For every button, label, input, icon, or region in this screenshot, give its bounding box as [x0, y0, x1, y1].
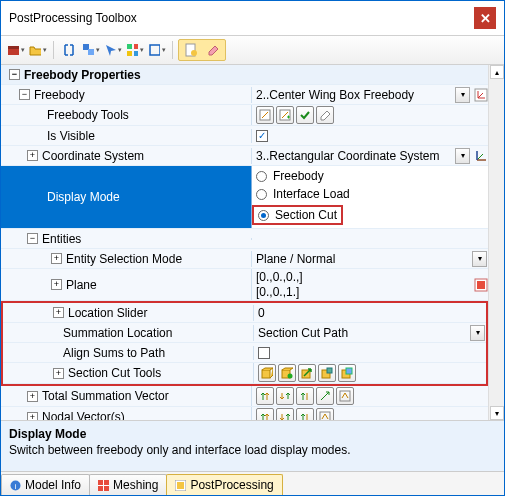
dropdown-icon[interactable]: ▾ — [455, 148, 470, 164]
tool-erase-icon[interactable] — [316, 106, 334, 124]
toolbox-red-icon[interactable] — [6, 40, 26, 60]
vec-diag-icon[interactable] — [316, 387, 334, 405]
align-checkbox[interactable] — [258, 347, 270, 359]
row-summation-location[interactable]: Summation Location Section Cut Path▾ — [3, 323, 486, 343]
row-coord-system[interactable]: +Coordinate System 3..Rectangular Coordi… — [1, 146, 488, 166]
tab-label: PostProcessing — [190, 478, 273, 492]
row-label: Is Visible — [47, 129, 95, 143]
svg-point-18 — [288, 374, 293, 379]
main-toolbar — [1, 35, 504, 65]
cube-tool-2-icon[interactable] — [278, 364, 296, 382]
collapse-icon[interactable]: − — [9, 69, 20, 80]
tool-pencil-icon[interactable] — [256, 106, 274, 124]
svg-rect-4 — [127, 44, 132, 49]
svg-rect-5 — [134, 44, 138, 49]
axes-icon[interactable] — [473, 148, 488, 163]
row-nodal-vectors[interactable]: +Nodal Vector(s) — [1, 407, 488, 420]
vertical-scrollbar[interactable]: ▴ ▾ — [488, 65, 504, 420]
row-location-slider[interactable]: +Location Slider 0 — [3, 303, 486, 323]
row-freebody-tools[interactable]: Freebody Tools — [1, 105, 488, 126]
radio-interface-load[interactable]: Interface Load — [256, 187, 383, 201]
row-label: Plane — [66, 278, 97, 292]
folder-open-icon[interactable] — [28, 40, 48, 60]
cube-tool-3-icon[interactable] — [318, 364, 336, 382]
nodal-up-icon[interactable] — [256, 408, 274, 420]
expand-icon[interactable]: + — [51, 279, 62, 290]
bottom-tab-bar: iModel Info Meshing PostProcessing — [1, 471, 504, 495]
row-label: Nodal Vector(s) — [42, 410, 125, 420]
vec-dual-icon[interactable] — [296, 387, 314, 405]
location-value: 0 — [258, 306, 265, 320]
tool-check-icon[interactable] — [296, 106, 314, 124]
radio-section-cut[interactable]: Section Cut — [252, 205, 343, 225]
cube-tool-1-icon[interactable] — [258, 364, 276, 382]
row-is-visible[interactable]: Is Visible ✓ — [1, 126, 488, 146]
svg-rect-7 — [134, 51, 138, 56]
cube-tool-arrow-icon[interactable] — [298, 364, 316, 382]
expand-icon[interactable]: + — [53, 368, 64, 379]
radio-label: Interface Load — [273, 187, 350, 201]
nodal-dual-icon[interactable] — [296, 408, 314, 420]
scroll-up-icon[interactable]: ▴ — [490, 65, 504, 79]
file-yellow-icon[interactable] — [181, 40, 201, 60]
visible-checkbox[interactable]: ✓ — [256, 130, 268, 142]
radio-freebody[interactable]: Freebody — [256, 169, 383, 183]
collapse-icon[interactable]: − — [19, 89, 30, 100]
svg-text:i: i — [15, 482, 17, 491]
expand-icon[interactable]: + — [27, 391, 38, 402]
svg-rect-1 — [8, 46, 19, 49]
collapse-icon[interactable]: − — [27, 233, 38, 244]
row-entity-selection-mode[interactable]: +Entity Selection Mode Plane / Normal▾ — [1, 249, 488, 269]
description-title: Display Mode — [9, 427, 496, 441]
tab-model-info[interactable]: iModel Info — [1, 474, 90, 495]
dropdown-icon[interactable]: ▾ — [472, 251, 487, 267]
blue-brackets-icon[interactable] — [59, 40, 79, 60]
row-section-cut-tools[interactable]: +Section Cut Tools — [3, 363, 486, 384]
nodal-config-icon[interactable] — [316, 408, 334, 420]
dropdown-icon[interactable]: ▾ — [470, 325, 485, 341]
tool-pencil-plus-icon[interactable] — [276, 106, 294, 124]
vec-swap-icon[interactable] — [276, 387, 294, 405]
row-display-mode[interactable]: Display Mode Freebody Interface Load Sec… — [1, 166, 488, 229]
row-label: Display Mode — [47, 190, 120, 204]
section-freebody-properties[interactable]: − Freebody Properties — [1, 65, 488, 85]
close-button[interactable]: ✕ — [474, 7, 496, 29]
svg-rect-8 — [150, 45, 160, 55]
row-entities[interactable]: −Entities — [1, 229, 488, 249]
scroll-down-icon[interactable]: ▾ — [490, 406, 504, 420]
expand-icon[interactable]: + — [51, 253, 62, 264]
pointer-icon[interactable] — [103, 40, 123, 60]
tab-postprocessing[interactable]: PostProcessing — [166, 474, 282, 495]
postproc-icon — [175, 480, 186, 491]
expand-icon[interactable]: + — [53, 307, 64, 318]
row-freebody[interactable]: −Freebody 2..Center Wing Box Freebody▾ — [1, 85, 488, 105]
chart-cascade-icon[interactable] — [81, 40, 101, 60]
svg-point-10 — [191, 50, 197, 56]
freebody-value: 2..Center Wing Box Freebody — [256, 88, 414, 102]
vec-up-icon[interactable] — [256, 387, 274, 405]
nodal-swap-icon[interactable] — [276, 408, 294, 420]
square-outline-icon[interactable] — [147, 40, 167, 60]
cube-tool-4-icon[interactable] — [338, 364, 356, 382]
vec-config-icon[interactable] — [336, 387, 354, 405]
row-plane[interactable]: +Plane [0.,0.,0.,][0.,0.,1.] — [1, 269, 488, 301]
plane-picker-icon[interactable] — [473, 277, 488, 292]
row-align-sums[interactable]: Align Sums to Path — [3, 343, 486, 363]
svg-rect-6 — [127, 51, 132, 56]
row-label: Section Cut Tools — [68, 366, 161, 380]
plane-value-1: [0.,0.,0.,] — [256, 270, 303, 284]
tab-meshing[interactable]: Meshing — [89, 474, 167, 495]
row-label: Freebody — [34, 88, 85, 102]
row-label: Total Summation Vector — [42, 389, 169, 403]
expand-icon[interactable]: + — [27, 150, 38, 161]
row-label: Coordinate System — [42, 149, 144, 163]
eraser-icon[interactable] — [203, 40, 223, 60]
toolbar-separator — [172, 41, 173, 59]
expand-icon[interactable]: + — [27, 412, 38, 421]
row-label: Entities — [42, 232, 81, 246]
grid-four-icon[interactable] — [125, 40, 145, 60]
radio-label: Section Cut — [275, 208, 337, 222]
freebody-coord-icon[interactable] — [473, 87, 488, 102]
dropdown-icon[interactable]: ▾ — [455, 87, 470, 103]
row-total-summation-vector[interactable]: +Total Summation Vector — [1, 386, 488, 407]
